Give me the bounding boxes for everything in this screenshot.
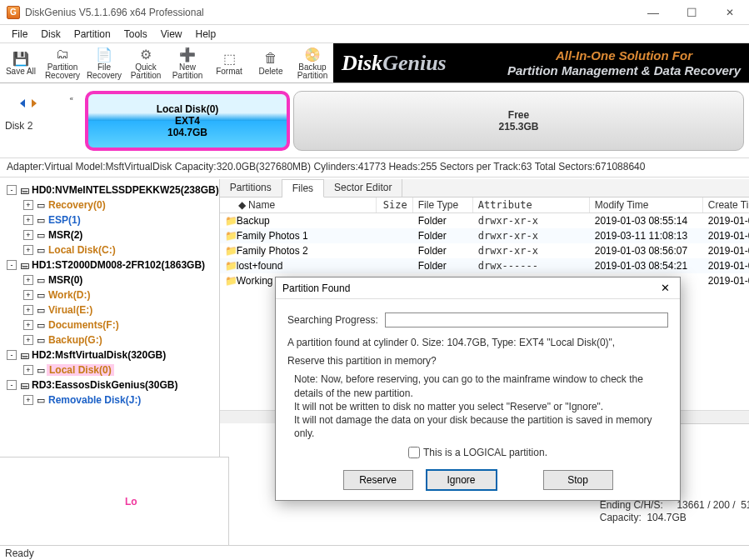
svg-marker-0: [20, 99, 25, 108]
tree-row[interactable]: +▭Removable Disk(J:): [0, 392, 219, 408]
tree-row[interactable]: +▭Local Disk(0): [0, 362, 219, 378]
tool-quick-partition[interactable]: ⚙Quick Partition: [125, 43, 167, 82]
expand-collapse-icon[interactable]: +: [23, 395, 33, 405]
dialog-title: Partition Found: [282, 282, 350, 294]
maximize-button[interactable]: ☐: [672, 0, 711, 25]
tool-backup-partition[interactable]: 📀Backup Partition: [292, 43, 333, 82]
tab-sector-editor[interactable]: Sector Editor: [324, 179, 402, 197]
tree-row[interactable]: +▭Virual(E:): [0, 302, 219, 318]
menu-view[interactable]: View: [154, 27, 189, 42]
tab-partitions[interactable]: Partitions: [220, 179, 282, 197]
expand-collapse-icon[interactable]: -: [7, 380, 17, 390]
minimize-button[interactable]: —: [634, 0, 672, 25]
tree-label: HD1:ST2000DM008-2FR102(1863GB): [30, 259, 205, 271]
menu-partition[interactable]: Partition: [67, 27, 117, 42]
dialog-close-button[interactable]: ✕: [657, 282, 673, 294]
disk-segment-bar: « Disk 2 Local Disk(0) EXT4 104.7GB Free…: [0, 83, 749, 158]
tree-row[interactable]: +▭Documents(F:): [0, 318, 219, 332]
expand-collapse-icon[interactable]: +: [23, 215, 33, 225]
menu-tools[interactable]: Tools: [117, 27, 154, 42]
note-text: Note: Now, before reserving, you can go …: [287, 372, 668, 440]
close-button[interactable]: ✕: [711, 0, 749, 25]
tool-format[interactable]: ⬚Format: [208, 43, 250, 82]
tool-partition-recovery[interactable]: 🗂Partition Recovery: [42, 43, 83, 82]
statusbar: Ready: [0, 545, 749, 560]
reserve-button[interactable]: Reserve: [343, 470, 413, 490]
banner-tagline-1: All-In-One Solution For: [507, 48, 741, 62]
folder-icon: 📁: [225, 260, 237, 272]
brand-banner: DiskGenius All-In-One Solution For Parti…: [333, 43, 749, 82]
current-disk-label: Disk 2: [5, 120, 32, 132]
col-size[interactable]: Size: [377, 198, 413, 212]
file-row[interactable]: 📁Family Photos 1Folderdrwxr-xr-x2019-03-…: [220, 228, 749, 243]
found-msg: A partition found at cylinder 0. Size: 1…: [287, 336, 668, 349]
tree-row[interactable]: -🖴HD2:MsftVirtualDisk(320GB): [0, 348, 219, 362]
col-name[interactable]: Name: [248, 199, 275, 211]
expand-collapse-icon[interactable]: +: [23, 320, 33, 330]
expand-collapse-icon[interactable]: +: [23, 230, 33, 240]
disk-icon: 🖴: [18, 260, 30, 270]
file-row[interactable]: 📁lost+foundFolderdrwx------2019-01-03 08…: [220, 258, 749, 273]
expand-collapse-icon[interactable]: -: [7, 260, 17, 270]
chevron-left-icon[interactable]: «: [70, 95, 73, 102]
tree-row[interactable]: +▭Work(D:): [0, 288, 219, 302]
col-type[interactable]: File Type: [413, 198, 473, 212]
tree-row[interactable]: +▭MSR(0): [0, 272, 219, 288]
expand-collapse-icon[interactable]: +: [23, 275, 33, 285]
nav-back-button[interactable]: [18, 98, 27, 108]
tool-new-partition[interactable]: ➕New Partition: [167, 43, 208, 82]
expand-collapse-icon[interactable]: +: [23, 305, 33, 315]
disk-icon: 🖴: [18, 185, 30, 195]
partition-segment-free[interactable]: Free 215.3GB: [293, 91, 744, 151]
tree-label: MSR(0): [47, 274, 82, 286]
file-row[interactable]: 📁BackupFolderdrwxr-xr-x2019-01-03 08:55:…: [220, 213, 749, 228]
col-mod[interactable]: Modify Time: [590, 198, 703, 212]
menu-file[interactable]: File: [5, 27, 34, 42]
tool-save-all[interactable]: 💾Save All: [0, 43, 42, 82]
expand-collapse-icon[interactable]: +: [23, 290, 33, 300]
stop-button[interactable]: Stop: [543, 470, 613, 490]
partition-icon: ▭: [35, 200, 47, 211]
tree-row[interactable]: +▭Backup(G:): [0, 332, 219, 348]
expand-collapse-icon[interactable]: +: [23, 245, 33, 255]
col-attr[interactable]: Attribute: [473, 198, 590, 212]
tool-delete[interactable]: 🗑Delete: [250, 43, 292, 82]
brand-part-1: Disk: [342, 51, 382, 76]
partition-segment-local[interactable]: Local Disk(0) EXT4 104.7GB: [85, 91, 290, 151]
tab-files[interactable]: Files: [282, 179, 324, 198]
content-tabs: PartitionsFilesSector Editor: [220, 179, 749, 198]
expand-collapse-icon[interactable]: -: [7, 185, 17, 195]
titlebar: DiskGenius V5.1.1.696 x64 Professional —…: [0, 0, 749, 25]
reserve-question: Reserve this partition in memory?: [287, 354, 668, 368]
tree-row[interactable]: +▭ESP(1): [0, 212, 219, 228]
tree-label: Recovery(0): [47, 199, 106, 211]
partition-icon: ▭: [35, 245, 47, 256]
partition-icon: ▭: [35, 395, 47, 406]
folder-icon: 📁: [225, 275, 237, 287]
logical-partition-checkbox[interactable]: [408, 447, 420, 458]
tree-row[interactable]: +▭MSR(2): [0, 228, 219, 242]
expand-collapse-icon[interactable]: +: [23, 365, 33, 375]
expand-collapse-icon[interactable]: +: [23, 335, 33, 345]
ignore-button[interactable]: Ignore: [427, 470, 497, 490]
nav-forward-button[interactable]: [30, 98, 38, 108]
tree-label: ESP(1): [47, 214, 81, 226]
disk-info-line: Adapter:Virtual Model:MsftVirtualDisk Ca…: [0, 158, 749, 178]
tree-label: Local Disk(C:): [47, 244, 116, 256]
save-all-icon: 💾: [11, 50, 31, 67]
delete-icon: 🗑: [261, 50, 281, 67]
tree-row[interactable]: +▭Recovery(0): [0, 198, 219, 212]
partition-icon: ▭: [35, 305, 47, 316]
tree-row[interactable]: -🖴RD3:EassosDiskGenius(30GB): [0, 378, 219, 392]
tree-row[interactable]: -🖴HD0:NVMeINTELSSDPEKKW25(238GB): [0, 182, 219, 198]
menu-disk[interactable]: Disk: [34, 27, 67, 42]
tree-row[interactable]: -🖴HD1:ST2000DM008-2FR102(1863GB): [0, 258, 219, 272]
file-row[interactable]: 📁Family Photos 2Folderdrwxr-xr-x2019-01-…: [220, 243, 749, 258]
partition-icon: ▭: [35, 365, 47, 376]
menu-help[interactable]: Help: [189, 27, 223, 42]
expand-collapse-icon[interactable]: +: [23, 200, 33, 210]
col-create[interactable]: Create Time: [703, 198, 749, 212]
expand-collapse-icon[interactable]: -: [7, 350, 17, 360]
tree-row[interactable]: +▭Local Disk(C:): [0, 242, 219, 258]
tool-file-recovery[interactable]: 📄File Recovery: [83, 43, 125, 82]
